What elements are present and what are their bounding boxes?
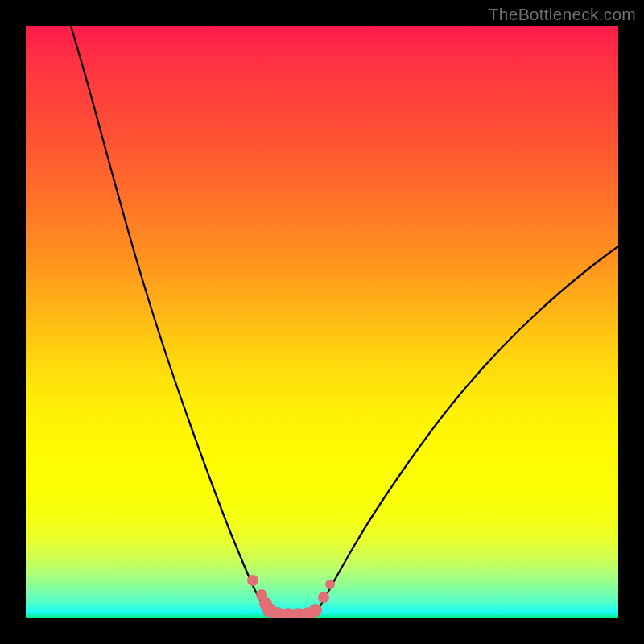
trough-markers (247, 575, 335, 618)
plot-area (26, 26, 618, 618)
trough-marker-10 (325, 580, 335, 589)
curve-right-branch (314, 246, 618, 615)
curve-left-branch (71, 26, 270, 615)
trough-marker-9 (318, 592, 329, 603)
watermark-text: TheBottleneck.com (489, 5, 636, 24)
trough-marker-0 (247, 575, 258, 586)
trough-marker-8 (309, 604, 322, 617)
bottleneck-curve (71, 26, 618, 615)
chart-frame: TheBottleneck.com (0, 0, 644, 644)
curve-layer (26, 26, 618, 618)
